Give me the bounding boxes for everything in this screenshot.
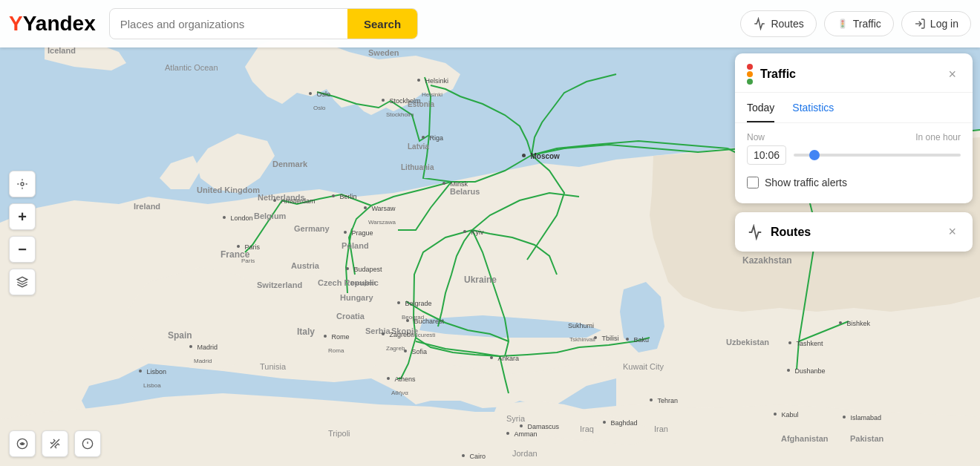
time-now-label: Now [747,132,765,142]
traffic-tabs: Today Statistics [735,94,973,123]
traffic-time-section: Now In one hour 10:06 [735,123,973,171]
tab-today[interactable]: Today [747,94,774,122]
info-button[interactable] [74,430,101,457]
svg-point-2 [841,20,843,22]
routes-label: Routes [771,18,803,30]
routes-panel-title: Routes [771,226,944,239]
zoom-in-button[interactable]: + [9,203,36,230]
ruler-button[interactable] [42,430,68,457]
traffic-light-icon [837,18,849,30]
login-button[interactable]: Log in [901,11,971,36]
traffic-panel-close-button[interactable]: × [944,65,961,84]
traffic-dot-red [747,64,753,70]
svg-point-3 [841,22,843,24]
logo[interactable]: YYandex [9,12,96,36]
routes-icon [753,17,766,30]
layers-icon [16,276,28,288]
location-button[interactable] [9,171,36,197]
traffic-panel: Traffic × Today Statistics Now In one ho… [735,53,973,203]
traffic-toggle-button[interactable]: Traffic [824,11,894,36]
routes-button[interactable]: Routes [740,10,816,37]
time-display: 10:06 [747,145,786,165]
traffic-panel-header: Traffic × [735,53,973,93]
show-alerts-row: Show traffic alerts [735,171,973,191]
info-icon [82,438,94,450]
panorama-icon [16,438,28,450]
zoom-out-button[interactable]: − [9,236,36,263]
search-bar: Search [109,8,418,39]
svg-point-9 [22,443,22,444]
layers-button[interactable] [9,269,36,295]
time-display-row: 10:06 [747,145,961,165]
traffic-toggle-label: Traffic [853,18,881,30]
left-controls: + − [9,171,36,295]
location-icon [16,178,28,190]
bottom-left-controls [9,430,101,457]
time-in-one-hour-label: In one hour [915,132,961,142]
topbar: YYandex Search Routes Traffic [0,0,980,47]
ruler-icon [49,438,61,450]
zoom-in-icon: + [18,209,27,226]
time-labels: Now In one hour [747,132,961,142]
routes-panel: Routes × [735,212,973,252]
traffic-light-panel-icon [747,64,753,85]
traffic-dot-green [747,79,753,85]
zoom-out-icon: − [18,241,27,258]
svg-point-6 [21,183,24,186]
logo-y-red: Y [9,12,23,36]
svg-marker-7 [17,277,27,282]
routes-panel-icon [747,224,763,240]
tab-statistics[interactable]: Statistics [792,94,834,122]
login-icon [914,18,926,30]
routes-panel-header: Routes × [747,223,961,241]
traffic-dot-yellow [747,71,753,77]
traffic-panel-title: Traffic [760,68,944,81]
time-slider[interactable] [794,154,961,157]
search-input[interactable] [110,9,347,39]
show-alerts-checkbox[interactable] [747,177,759,188]
logo-andex: Yandex [23,12,96,36]
login-label: Log in [930,18,958,30]
search-button[interactable]: Search [347,9,417,39]
svg-point-4 [841,25,843,27]
routes-panel-close-button[interactable]: × [944,223,961,241]
show-alerts-label: Show traffic alerts [765,177,847,188]
map-container[interactable]: Iceland Atlantic Ocean Sweden Estonia La… [0,0,980,466]
panorama-button[interactable] [9,430,36,457]
